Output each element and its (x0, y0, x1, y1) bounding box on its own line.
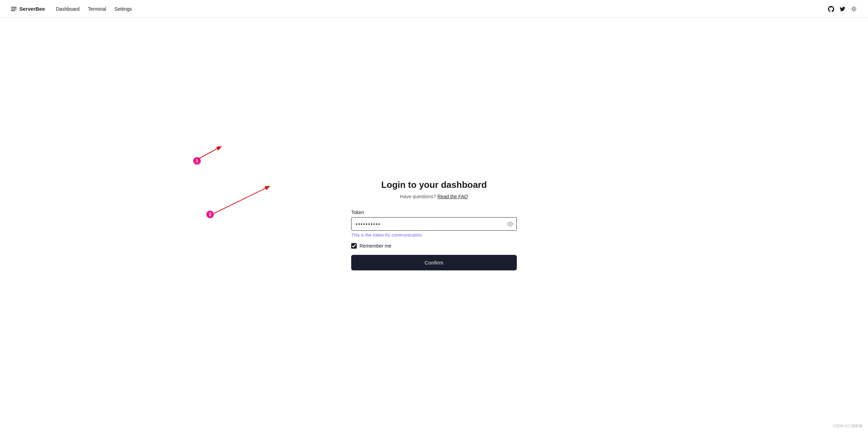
navbar: ServerBee Dashboard Terminal Settings (0, 0, 868, 18)
token-hint: This is the token for communication. (351, 232, 517, 238)
menu-icon[interactable] (11, 7, 17, 11)
main-content: Login to your dashboard Have questions? … (0, 18, 868, 432)
github-icon[interactable] (828, 6, 834, 12)
nav-actions (828, 6, 857, 12)
nav-settings[interactable]: Settings (115, 6, 132, 12)
nav-dashboard[interactable]: Dashboard (56, 6, 80, 12)
subtitle-text: Have questions? (400, 194, 436, 199)
svg-line-3 (852, 7, 852, 7)
svg-line-4 (856, 10, 856, 11)
token-label: Token (351, 210, 517, 215)
remember-label: Remember me (359, 243, 392, 249)
eye-icon[interactable] (507, 221, 513, 227)
svg-point-0 (852, 8, 855, 10)
token-input-wrapper (351, 217, 517, 231)
brand: ServerBee (11, 6, 45, 12)
brand-name: ServerBee (19, 6, 45, 12)
login-title: Login to your dashboard (351, 180, 517, 190)
svg-point-9 (510, 223, 511, 225)
nav-terminal[interactable]: Terminal (88, 6, 106, 12)
sun-svg (851, 6, 857, 12)
github-svg (828, 6, 834, 12)
remember-checkbox[interactable] (351, 243, 357, 249)
login-container: Login to your dashboard Have questions? … (351, 180, 517, 270)
faq-link[interactable]: Read the FAQ (437, 194, 468, 199)
twitter-icon[interactable] (840, 6, 845, 12)
twitter-svg (840, 6, 845, 12)
login-subtitle: Have questions? Read the FAQ (351, 194, 517, 199)
svg-line-7 (852, 10, 852, 11)
footer-watermark: CSDN ©江湖有缘 (833, 423, 862, 429)
confirm-button[interactable]: Confirm (351, 255, 517, 270)
svg-line-8 (856, 7, 856, 7)
nav-links: Dashboard Terminal Settings (56, 6, 828, 12)
token-field-group: Token This is the token for communicatio… (351, 210, 517, 238)
theme-toggle-icon[interactable] (851, 6, 857, 12)
remember-row: Remember me (351, 243, 517, 249)
token-input[interactable] (351, 217, 517, 231)
